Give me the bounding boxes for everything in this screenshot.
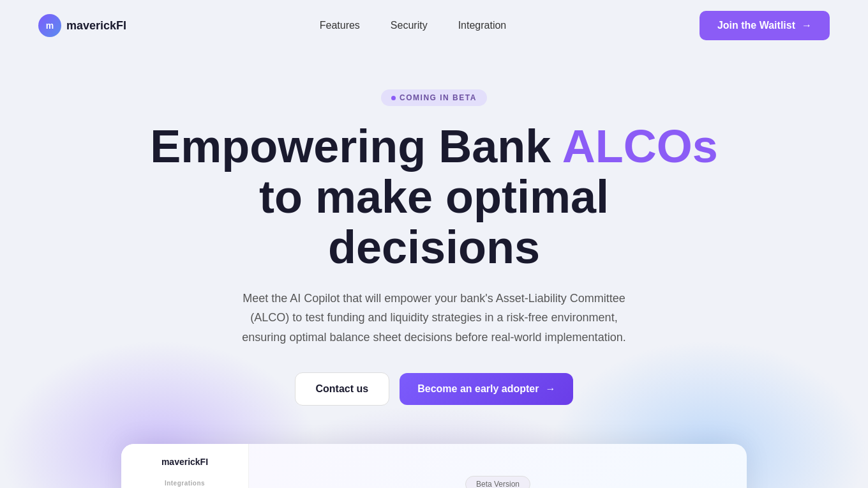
beta-dot — [391, 96, 396, 100]
hero-title-part2: to make optimal decisions — [259, 171, 609, 273]
navbar: m maverickFI Features Security Integrati… — [0, 0, 868, 51]
nav-link-security[interactable]: Security — [391, 20, 428, 31]
sidebar-logo: maverickFI — [131, 457, 238, 467]
hero-title-accent: ALCOs — [562, 121, 718, 172]
hero-subtitle: Meet the AI Copilot that will empower yo… — [230, 289, 638, 347]
app-preview-card: maverickFI Integrations MORS TEMENOS FIN… — [121, 444, 747, 488]
logo-letter: m — [46, 20, 54, 31]
nav-link-features[interactable]: Features — [320, 20, 360, 31]
hero-title-part1: Empowering Bank — [150, 121, 562, 172]
cta-buttons: Contact us Become an early adopter → — [13, 372, 855, 406]
hero-content: COMING IN BETA Empowering Bank ALCOs to … — [13, 89, 855, 488]
integrations-label: Integrations — [131, 480, 238, 487]
beta-badge: COMING IN BETA — [381, 89, 487, 106]
logo-area: m maverickFI — [38, 14, 126, 37]
beta-badge-text: COMING IN BETA — [400, 93, 477, 102]
nav-link-integration[interactable]: Integration — [458, 20, 507, 31]
main-preview-panel: Beta Version Test your liquidity and fun… — [249, 444, 747, 488]
beta-version-badge: Beta Version — [465, 476, 530, 488]
contact-us-button[interactable]: Contact us — [295, 372, 390, 406]
hero-section: COMING IN BETA Empowering Bank ALCOs to … — [0, 51, 868, 488]
nav-links: Features Security Integration — [320, 20, 507, 31]
logo-text: maverickFI — [66, 19, 126, 33]
join-waitlist-arrow-icon: → — [802, 20, 812, 31]
join-waitlist-button[interactable]: Join the Waitlist → — [700, 11, 830, 40]
join-waitlist-label: Join the Waitlist — [717, 20, 795, 31]
early-adopter-label: Become an early adopter — [417, 383, 539, 395]
early-adopter-arrow-icon: → — [545, 383, 555, 395]
logo-icon: m — [38, 14, 61, 37]
sidebar-preview: maverickFI Integrations MORS TEMENOS FIN… — [121, 444, 249, 488]
hero-title: Empowering Bank ALCOs to make optimal de… — [147, 121, 721, 273]
early-adopter-button[interactable]: Become an early adopter → — [400, 373, 573, 405]
